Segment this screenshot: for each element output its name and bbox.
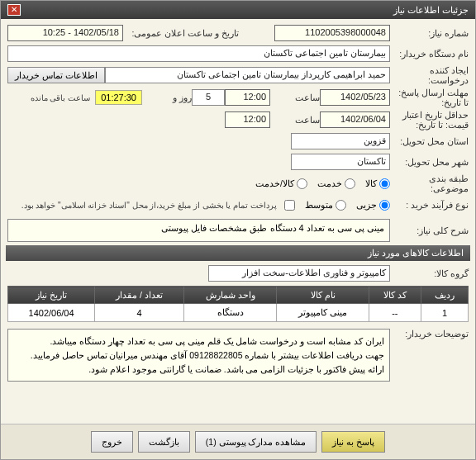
items-section-header: اطلاعات کالاهای مورد نیاز: [6, 245, 470, 261]
footer-buttons: پاسخ به نیاز مشاهده مدارک پیوستی (1) باز…: [1, 424, 475, 459]
group-label: گروه کالا:: [390, 268, 469, 278]
col-code: کد کالا: [369, 287, 421, 304]
buyer-org-field: بیمارستان تامین اجتماعی تاکستان: [7, 45, 390, 62]
city-label: شهر محل تحویل:: [390, 157, 469, 167]
category-radio-group: کالا خدمت کالا/خدمت: [255, 178, 390, 189]
group-field: کامپیوتر و فناوری اطلاعات-سخت افزار: [208, 265, 390, 282]
reply-button[interactable]: پاسخ به نیاز: [321, 431, 385, 453]
min-valid-date-field: 1402/06/04: [320, 111, 390, 128]
buyer-notes-label: توضیحات خریدار:: [390, 329, 469, 339]
cell-row: 1: [421, 304, 468, 322]
announce-label: تاریخ و ساعت اعلان عمومی:: [123, 28, 239, 38]
treasury-checkbox-item[interactable]: پرداخت تمام یا بخشی از مبلغ خرید،از محل …: [21, 200, 295, 211]
col-unit: واحد شمارش: [183, 287, 277, 304]
buyer-notes-field: ایران کد مشابه است و درخواست شامل یک قلم…: [7, 329, 390, 382]
city-field: تاکستان: [291, 154, 390, 170]
cell-unit: دستگاه: [183, 304, 277, 322]
creator-field: حمید ابراهیمی کارپرداز بیمارستان تامین ا…: [105, 67, 390, 83]
time-remaining-field: 01:27:30: [95, 90, 142, 105]
min-valid-label: حداقل تاریخ اعتبار قیمت: تا تاریخ:: [390, 110, 469, 130]
col-date: تاریخ نیاز: [8, 287, 95, 304]
process-low[interactable]: جزیی: [356, 200, 390, 211]
province-label: استان محل تحویل:: [390, 136, 469, 146]
radio-kala[interactable]: [379, 178, 390, 189]
process-radio-group: جزیی متوسط پرداخت تمام یا بخشی از مبلغ خ…: [21, 200, 390, 211]
col-row: ردیف: [421, 287, 468, 304]
radio-service[interactable]: [345, 178, 355, 189]
cell-name: مینی کامپیوتر: [277, 304, 369, 322]
back-button[interactable]: بازگشت: [138, 431, 190, 453]
cell-qty: 4: [95, 304, 184, 322]
items-table: ردیف کد کالا نام کالا واحد شمارش تعداد /…: [7, 286, 469, 322]
announce-field: 1402/05/18 - 10:25: [7, 25, 123, 41]
province-field: قزوین: [291, 133, 390, 149]
radio-low[interactable]: [379, 200, 390, 211]
need-details-window: جزئیات اطلاعات نیاز ✕ شماره نیاز: 110200…: [0, 0, 476, 460]
radio-both[interactable]: [297, 178, 307, 189]
category-label: طبقه بندی موضوعی:: [390, 173, 469, 193]
days-label: روز و: [142, 92, 192, 102]
buyer-org-label: نام دستگاه خریدار:: [390, 49, 469, 59]
need-title-label: شرح کلی نیاز:: [390, 225, 469, 235]
attachments-button[interactable]: مشاهده مدارک پیوستی (1): [195, 431, 317, 453]
contact-info-button[interactable]: اطلاعات تماس خریدار: [7, 67, 105, 83]
radio-mid[interactable]: [336, 200, 346, 211]
treasury-checkbox[interactable]: [284, 200, 295, 211]
table-header-row: ردیف کد کالا نام کالا واحد شمارش تعداد /…: [8, 287, 469, 304]
category-service[interactable]: خدمت: [317, 178, 355, 189]
category-kala[interactable]: کالا: [365, 178, 390, 189]
time-label-2: ساعت: [270, 115, 320, 125]
days-field: 5: [192, 89, 225, 106]
need-no-field: 1102005398000048: [274, 25, 390, 41]
titlebar: جزئیات اطلاعات نیاز ✕: [1, 1, 475, 19]
col-qty: تعداد / مقدار: [95, 287, 184, 304]
window-title: جزئیات اطلاعات نیاز: [393, 5, 469, 16]
min-valid-time-field: 12:00: [225, 111, 270, 128]
need-title-field: مینی پی سی به تعداد 4 دستگاه طبق مشخصات …: [7, 219, 390, 242]
need-no-label: شماره نیاز:: [390, 28, 469, 38]
deadline-date-field: 1402/05/23: [320, 89, 390, 106]
close-icon[interactable]: ✕: [7, 4, 21, 16]
process-mid[interactable]: متوسط: [305, 200, 346, 211]
category-both[interactable]: کالا/خدمت: [255, 178, 307, 189]
cell-date: 1402/06/04: [8, 304, 95, 322]
process-label: نوع فرآیند خرید :: [390, 200, 469, 210]
content-area: شماره نیاز: 1102005398000048 تاریخ و ساع…: [1, 19, 475, 424]
deadline-label: مهلت ارسال پاسخ: تا تاریخ:: [390, 88, 469, 107]
deadline-time-field: 12:00: [225, 89, 270, 106]
creator-label: ایجاد کننده درخواست:: [390, 65, 469, 85]
cell-code: --: [369, 304, 421, 322]
remaining-label: ساعت باقی مانده: [31, 93, 91, 102]
col-name: نام کالا: [277, 287, 369, 304]
time-label-1: ساعت: [270, 92, 320, 102]
exit-button[interactable]: خروج: [91, 431, 133, 453]
table-row[interactable]: 1 -- مینی کامپیوتر دستگاه 4 1402/06/04: [8, 304, 469, 322]
